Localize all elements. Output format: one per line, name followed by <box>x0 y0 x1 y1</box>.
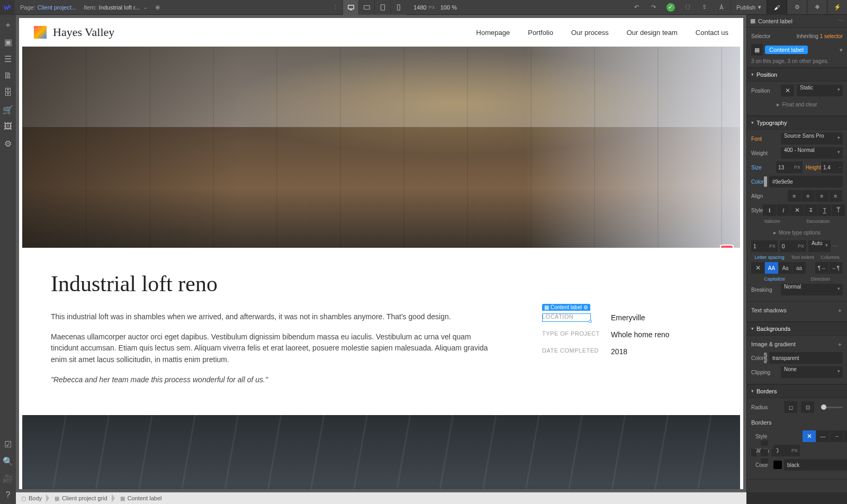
meta-value-location[interactable]: Emeryville <box>611 313 645 322</box>
audit-icon[interactable]: Å <box>714 0 729 15</box>
hero-image[interactable] <box>22 47 740 248</box>
navigator-icon[interactable]: ☰ <box>0 51 16 67</box>
code-icon[interactable]: 〈〉 <box>680 0 696 15</box>
columns-select[interactable]: Auto <box>808 240 831 252</box>
selector-expand-icon[interactable]: ▾ <box>840 47 843 53</box>
cms-icon[interactable]: 🗄 <box>0 85 16 101</box>
align-left-icon[interactable]: ≡ <box>788 190 801 202</box>
border-left-icon[interactable] <box>751 449 756 456</box>
nav-link-contact[interactable]: Contact us <box>696 29 728 37</box>
tab-interactions-icon[interactable]: ❖ <box>807 0 827 15</box>
border-top-icon[interactable] <box>761 440 768 446</box>
font-select[interactable]: Source Sans Pro <box>781 133 843 145</box>
tab-settings-gear-icon[interactable]: ⚙ <box>787 0 807 15</box>
decoration-strikethrough-icon[interactable]: T <box>804 204 818 216</box>
nav-link-team[interactable]: Our design team <box>627 29 678 37</box>
cap-capitalize-icon[interactable]: Aa <box>779 262 792 274</box>
webflow-logo[interactable] <box>0 0 15 15</box>
bg-clip-select[interactable]: None <box>781 366 843 378</box>
device-tablet-landscape[interactable] <box>358 0 374 15</box>
tab-effects-icon[interactable]: ⚡ <box>827 0 847 15</box>
text-indent-unit[interactable]: PX <box>796 240 806 252</box>
lineheight-unit[interactable]: - <box>837 161 843 173</box>
add-bg-image-icon[interactable]: ＋ <box>837 340 843 348</box>
weight-select[interactable]: 400 - Normal <box>781 147 843 159</box>
position-reset-icon[interactable]: ✕ <box>781 85 795 96</box>
align-right-icon[interactable]: ≡ <box>815 190 829 202</box>
align-justify-icon[interactable]: ≡ <box>829 190 843 202</box>
selection-badge[interactable]: ▦ Content label ⚙ <box>542 304 590 311</box>
selector-chip[interactable]: Content label <box>765 46 808 54</box>
device-desktop[interactable] <box>343 0 358 15</box>
pages-icon[interactable]: 🗎 <box>0 68 16 84</box>
section-position[interactable]: Position <box>747 68 847 82</box>
section-typography[interactable]: Typography <box>747 116 847 130</box>
panel-menu-icon[interactable]: ⋯ <box>838 17 844 24</box>
radius-uniform-icon[interactable]: ◻ <box>784 401 798 413</box>
section-borders[interactable]: Borders <box>747 384 847 398</box>
border-solid-icon[interactable]: — <box>816 430 830 442</box>
crumb-content-label[interactable]: ▦Content label <box>115 492 169 504</box>
video-help-icon[interactable]: 🎥 <box>0 470 16 486</box>
bg-color-input[interactable] <box>769 352 843 364</box>
nav-link-portfolio[interactable]: Portfolio <box>528 29 553 37</box>
style-italic-icon[interactable]: I <box>777 204 790 216</box>
border-width-unit[interactable]: PX <box>789 445 800 456</box>
device-mobile[interactable] <box>390 0 406 15</box>
border-all-icon[interactable] <box>761 449 768 456</box>
border-color-input[interactable] <box>784 459 847 471</box>
add-shadow-icon[interactable]: ＋ <box>837 307 843 314</box>
redo-icon[interactable]: ↷ <box>646 0 662 15</box>
cap-uppercase-icon[interactable]: AA <box>765 262 779 274</box>
kebab-menu-icon[interactable]: ⋮ <box>332 4 338 11</box>
inheriting-info[interactable]: Inheriting 1 selector <box>797 33 843 39</box>
tab-style-brush-icon[interactable]: 🖌 <box>767 0 787 15</box>
dynamic-binding-badge-icon[interactable] <box>721 246 733 248</box>
site-brand[interactable]: Hayes Valley <box>53 25 114 39</box>
radius-individual-icon[interactable]: ⊡ <box>801 401 815 413</box>
add-element-icon[interactable]: ＋ <box>0 17 16 33</box>
dir-rtl-icon[interactable]: ←¶ <box>829 262 843 274</box>
border-dotted-icon[interactable]: ⋯ <box>844 430 847 442</box>
style-none-icon[interactable]: ✕ <box>790 204 804 216</box>
bg-color-swatch[interactable] <box>764 353 767 363</box>
more-type-options[interactable]: More type options <box>779 230 821 236</box>
preview-eye-icon[interactable]: ◉ <box>155 4 160 11</box>
project-title[interactable]: Industrial loft reno <box>51 271 494 296</box>
letter-spacing-unit[interactable]: PX <box>767 240 778 252</box>
project-paragraph-2[interactable]: Maecenas ullamcorper auctor orci eget da… <box>51 331 494 366</box>
decoration-overline-icon[interactable]: T <box>832 204 845 216</box>
position-select[interactable]: Static <box>797 85 843 96</box>
letter-spacing-input[interactable] <box>751 240 767 252</box>
site-logo-icon[interactable] <box>34 26 47 39</box>
project-paragraph-1[interactable]: This industrial loft was in shambles whe… <box>51 311 494 323</box>
device-tablet[interactable] <box>374 0 390 15</box>
content-label-date[interactable]: DATE COMPLETED <box>542 347 611 354</box>
audit-check-icon[interactable]: ☑ <box>0 436 16 452</box>
align-center-icon[interactable]: ≡ <box>801 190 815 202</box>
decoration-underline-icon[interactable]: T <box>818 204 832 216</box>
color-input[interactable] <box>769 176 843 187</box>
meta-value-date[interactable]: 2018 <box>611 347 627 356</box>
border-bottom-icon[interactable] <box>761 458 768 464</box>
color-swatch[interactable] <box>764 176 767 187</box>
meta-value-type[interactable]: Whole home reno <box>611 330 670 339</box>
publish-button[interactable]: Publish▾ <box>731 0 767 15</box>
size-unit[interactable]: PX <box>792 161 803 173</box>
text-indent-input[interactable] <box>780 240 796 252</box>
columns-more-icon[interactable]: ⋯ <box>832 243 838 250</box>
border-right-icon[interactable] <box>771 449 777 456</box>
selection-gear-icon[interactable]: ⚙ <box>583 304 588 310</box>
border-color-swatch[interactable] <box>773 461 782 469</box>
cap-lowercase-icon[interactable]: aa <box>792 262 806 274</box>
crumb-body[interactable]: ▢Body <box>16 492 49 504</box>
settings-icon[interactable]: ⚙ <box>0 136 16 151</box>
export-icon[interactable]: ⇪ <box>697 0 713 15</box>
secondary-image[interactable] <box>22 415 740 489</box>
ecommerce-icon[interactable]: 🛒 <box>0 102 16 118</box>
help-icon[interactable]: ? <box>0 487 16 503</box>
breaking-select[interactable]: Normal <box>781 284 843 295</box>
item-name[interactable]: Industrial loft r... <box>99 4 140 11</box>
project-quote[interactable]: "Rebecca and her team made this process … <box>51 374 494 386</box>
nav-link-process[interactable]: Our process <box>571 29 609 37</box>
